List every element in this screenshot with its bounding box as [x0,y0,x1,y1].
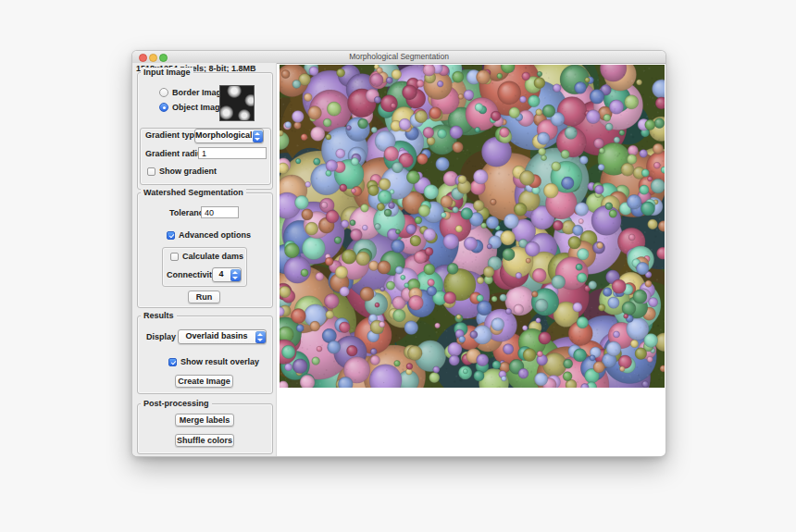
chevron-up-down-icon [253,130,263,142]
results-group-title: Results [141,311,177,320]
merge-labels-button[interactable]: Merge labels [175,414,234,427]
object-image-label[interactable]: Object Image [172,103,225,113]
chevron-up-down-icon [230,269,241,281]
gradient-type-dropdown[interactable]: Morphological [194,129,264,143]
object-image-radio[interactable] [159,103,168,112]
title-bar[interactable]: Morphological Segmentation [132,51,665,64]
advanced-options-checkbox[interactable] [167,231,175,240]
display-value: Overlaid basins [179,330,255,343]
chevron-up-down-icon [255,331,266,343]
input-image-group-title: Input Image [141,68,193,77]
input-image-thumbnail [219,85,255,121]
show-gradient-checkbox[interactable] [147,167,155,176]
border-image-radio[interactable] [159,88,168,97]
segmentation-canvas[interactable] [280,65,665,388]
show-gradient-label[interactable]: Show gradient [159,167,217,177]
shuffle-colors-button[interactable]: Shuffle colors [175,434,234,447]
morphological-segmentation-window: Morphological Segmentation 1518x1254 pix… [132,51,665,456]
calculate-dams-label[interactable]: Calculate dams [182,252,243,262]
connectivity-label: Connectivity [167,270,217,280]
calculate-dams-checkbox[interactable] [170,253,179,261]
watershed-group-title: Watershed Segmentation [141,188,246,197]
tolerance-field[interactable] [201,206,239,218]
gradient-radius-field[interactable] [198,147,267,159]
advanced-options-label[interactable]: Advanced options [179,230,251,241]
show-result-overlay-label[interactable]: Show result overlay [180,357,259,367]
window-title: Morphological Segmentation [132,51,665,63]
connectivity-dropdown[interactable]: 4 [212,267,242,282]
run-button[interactable]: Run [188,291,220,303]
connectivity-value: 4 [213,268,230,281]
border-image-label[interactable]: Border Image [172,88,226,98]
display-label: Display [146,332,176,342]
segmentation-image[interactable] [280,65,665,388]
gradient-type-label: Gradient type [145,130,199,141]
post-processing-group-title: Post-processing [141,399,212,408]
create-image-button[interactable]: Create Image [175,375,233,388]
display-dropdown[interactable]: Overlaid basins [178,329,267,344]
show-result-overlay-checkbox[interactable] [168,358,177,366]
gradient-type-value: Morphological [195,130,252,142]
